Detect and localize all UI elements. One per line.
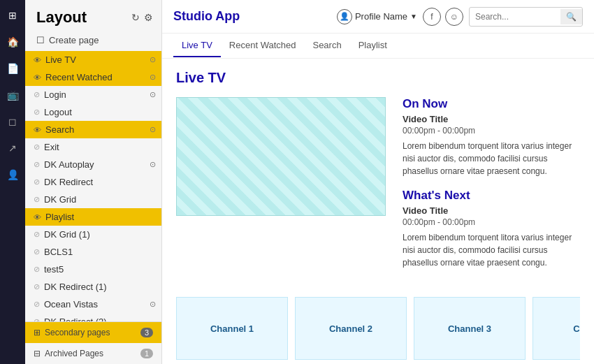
layout-header-icons: ↻ ⚙ (131, 12, 153, 23)
nav-item-more-icon: ⊙ (150, 55, 156, 64)
nav-item-ocean-vistas[interactable]: ⊘Ocean Vistas⊙ (25, 296, 161, 313)
add-icon: ☐ (36, 35, 45, 45)
create-page-button[interactable]: ☐ Create page (25, 32, 161, 51)
nav-item-more-icon: ⊙ (150, 160, 156, 169)
profile-area[interactable]: 👤 Profile Name ▼ (337, 9, 417, 24)
eye-closed-icon: ⊘ (34, 177, 40, 187)
settings-icon[interactable]: ⚙ (144, 12, 153, 23)
nav-item-dk-grid[interactable]: ⊘DK Grid (25, 191, 161, 208)
hero-video (176, 97, 386, 216)
layout-panel: Layout ↻ ⚙ ☐ Create page 👁Live TV⊙👁Recen… (25, 0, 162, 364)
secondary-pages-item[interactable]: ⊞ Secondary pages 3 (25, 322, 161, 343)
nav-item-more-icon: ⊙ (150, 125, 156, 134)
whats-next-title: What's Next (403, 189, 580, 203)
eye-closed-icon: ⊘ (34, 108, 40, 117)
eye-closed-icon: ⊘ (34, 160, 40, 169)
nav-item-label: DK Redirect (2) (44, 316, 107, 321)
nav-item-label: DK Autoplay (44, 159, 94, 170)
eye-closed-icon: ⊘ (34, 282, 40, 291)
tab-live-tv[interactable]: Live TV (173, 34, 221, 57)
hero-section: On Now Video Title 00:00pm - 00:00pm Lor… (176, 97, 580, 280)
eye-closed-icon: ⊘ (34, 195, 40, 204)
eye-closed-icon: ⊘ (34, 247, 40, 256)
nav-item-label: Ocean Vistas (44, 299, 98, 310)
user-icon[interactable]: 👤 (6, 168, 20, 182)
eye-closed-icon: ⊘ (34, 300, 40, 309)
share-icon[interactable]: ↗ (6, 141, 20, 155)
tv-icon[interactable]: 📺 (6, 88, 20, 102)
nav-item-label: Login (44, 89, 66, 100)
whats-next-video-title: Video Title (403, 205, 580, 216)
dashboard-icon[interactable]: 🏠 (6, 35, 20, 49)
nav-item-bcls1[interactable]: ⊘BCLS1 (25, 243, 161, 261)
nav-item-test5[interactable]: ⊘test5 (25, 261, 161, 278)
channels-row: Channel 1Channel 2Channel 3Chan... (176, 297, 580, 360)
archived-pages-icon: ⊟ (34, 349, 41, 358)
page-title: Live TV (176, 70, 580, 86)
secondary-pages-icon: ⊞ (34, 328, 41, 337)
search-input[interactable] (470, 10, 560, 23)
main-content: Studio App 👤 Profile Name ▼ f ☺ 🔍 Live T… (162, 0, 594, 364)
channel-card[interactable]: Channel 1 (176, 297, 288, 360)
nav-item-label: DK Grid (44, 194, 76, 205)
home-icon[interactable]: ⊞ (6, 8, 20, 22)
eye-open-icon: 👁 (34, 213, 41, 221)
layout-header: Layout ↻ ⚙ (25, 0, 161, 32)
whats-next-description: Lorem bibendum torquent litora varius in… (403, 231, 580, 269)
layers-icon[interactable]: ◻ (6, 115, 20, 129)
search-button[interactable]: 🔍 (560, 9, 582, 24)
nav-item-label: DK Redirect (1) (44, 282, 107, 292)
eye-open-icon: 👁 (34, 126, 41, 134)
archived-pages-label: Archived Pages (45, 349, 103, 358)
eye-open-icon: 👁 (34, 73, 41, 82)
nav-item-dk-redirect-(2)[interactable]: ⊘DK Redirect (2) (25, 313, 161, 321)
tab-search[interactable]: Search (304, 34, 349, 57)
content-area: Live TV On Now Video Title 00:00pm - 00:… (162, 59, 594, 364)
archived-pages-badge: 1 (140, 349, 153, 358)
tab-playlist[interactable]: Playlist (350, 34, 396, 57)
nav-item-dk-grid-(1)[interactable]: ⊘DK Grid (1) (25, 226, 161, 243)
nav-item-logout[interactable]: ⊘Logout (25, 103, 161, 121)
nav-item-dk-redirect[interactable]: ⊘DK Redirect (25, 173, 161, 191)
search-bar: 🔍 (469, 7, 583, 27)
facebook-icon[interactable]: f (423, 8, 441, 26)
channel-card[interactable]: Chan... (533, 297, 580, 360)
nav-item-label: Playlist (45, 212, 74, 222)
eye-closed-icon: ⊘ (34, 265, 40, 274)
whats-next-time: 00:00pm - 00:00pm (403, 217, 580, 227)
pages-icon[interactable]: 📄 (6, 61, 20, 75)
top-bar: Studio App 👤 Profile Name ▼ f ☺ 🔍 (162, 0, 594, 34)
nav-item-live-tv[interactable]: 👁Live TV⊙ (25, 51, 161, 68)
nav-items-list: 👁Live TV⊙👁Recent Watched⊙⊘Login⊙⊘Logout👁… (25, 51, 161, 321)
channel-card[interactable]: Channel 3 (414, 297, 526, 360)
nav-item-label: Logout (44, 107, 72, 117)
nav-item-label: test5 (44, 264, 64, 275)
nav-item-label: DK Grid (1) (44, 229, 90, 240)
nav-item-more-icon: ⊙ (150, 90, 156, 99)
secondary-pages-label: Secondary pages (45, 328, 110, 337)
archived-pages-item[interactable]: ⊟ Archived Pages 1 (25, 343, 161, 364)
nav-item-dk-autoplay[interactable]: ⊘DK Autoplay⊙ (25, 156, 161, 173)
emoji-icon[interactable]: ☺ (445, 8, 463, 26)
on-now-description: Lorem bibendum torquent litora varius in… (403, 140, 580, 177)
nav-item-label: Recent Watched (45, 72, 113, 82)
secondary-pages-badge: 3 (140, 328, 153, 337)
nav-item-search[interactable]: 👁Search⊙ (25, 121, 161, 138)
nav-item-login[interactable]: ⊘Login⊙ (25, 86, 161, 103)
nav-item-recent-watched[interactable]: 👁Recent Watched⊙ (25, 68, 161, 86)
channel-card[interactable]: Channel 2 (295, 297, 407, 360)
nav-item-label: Live TV (45, 54, 76, 65)
app-title: Studio App (173, 9, 240, 24)
layout-footer: ⊞ Secondary pages 3 ⊟ Archived Pages 1 (25, 321, 161, 364)
profile-icon: 👤 (337, 9, 352, 24)
eye-open-icon: 👁 (34, 56, 41, 64)
refresh-icon[interactable]: ↻ (131, 12, 140, 23)
tab-recent-watched[interactable]: Recent Watched (221, 34, 305, 57)
profile-name: Profile Name (355, 11, 407, 22)
nav-item-dk-redirect-(1)[interactable]: ⊘DK Redirect (1) (25, 278, 161, 296)
nav-item-exit[interactable]: ⊘Exit (25, 138, 161, 156)
hero-info: On Now Video Title 00:00pm - 00:00pm Lor… (403, 97, 580, 280)
nav-item-label: Search (45, 124, 74, 135)
nav-item-playlist[interactable]: 👁Playlist (25, 208, 161, 226)
nav-item-label: Exit (44, 142, 59, 152)
